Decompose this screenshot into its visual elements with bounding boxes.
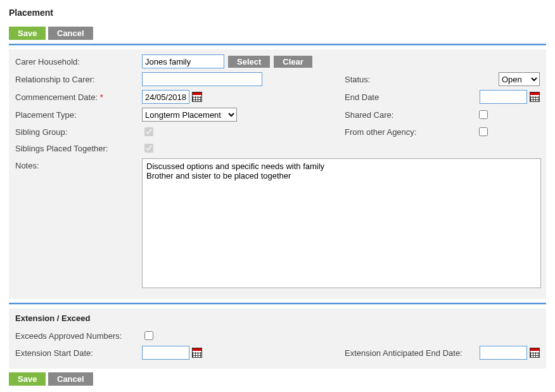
extension-panel: Extension / Exceed Exceeds Approved Numb… bbox=[9, 308, 546, 369]
bottom-button-row: Save Cancel bbox=[9, 372, 546, 386]
commencement-label: Commencement Date: * bbox=[15, 92, 142, 102]
end-date-input[interactable] bbox=[480, 90, 527, 104]
save-button-bottom[interactable]: Save bbox=[9, 372, 46, 386]
notes-label: Notes: bbox=[15, 158, 142, 170]
ext-start-label: Extension Start Date: bbox=[15, 348, 142, 358]
exceeds-checkbox[interactable] bbox=[144, 331, 153, 340]
status-label: Status: bbox=[345, 75, 476, 84]
end-date-label: End Date bbox=[345, 92, 476, 102]
commencement-date-input[interactable] bbox=[142, 90, 189, 104]
notes-textarea[interactable] bbox=[142, 158, 541, 288]
select-button[interactable]: Select bbox=[228, 56, 270, 68]
cancel-button-top[interactable]: Cancel bbox=[48, 27, 93, 40]
from-other-agency-label: From other Agency: bbox=[345, 127, 476, 137]
ext-end-label: Extension Anticipated End Date: bbox=[345, 348, 476, 358]
carer-household-label: Carer Household: bbox=[15, 57, 142, 66]
divider-mid bbox=[9, 303, 546, 305]
relationship-input[interactable] bbox=[142, 72, 262, 86]
relationship-label: Relationship to Carer: bbox=[15, 75, 142, 84]
sibling-group-checkbox[interactable] bbox=[144, 127, 153, 136]
sibling-group-label: Sibling Group: bbox=[15, 127, 142, 137]
divider-top bbox=[9, 44, 546, 46]
calendar-icon[interactable] bbox=[192, 348, 202, 358]
save-button-top[interactable]: Save bbox=[9, 27, 46, 40]
siblings-together-label: Siblings Placed Together: bbox=[15, 144, 142, 153]
from-other-agency-checkbox[interactable] bbox=[479, 127, 488, 136]
required-asterisk: * bbox=[100, 92, 103, 102]
carer-household-controls: Select Clear bbox=[142, 54, 345, 68]
calendar-icon[interactable] bbox=[192, 92, 202, 102]
clear-button[interactable]: Clear bbox=[274, 56, 312, 68]
page-title: Placement bbox=[9, 8, 546, 18]
calendar-icon[interactable] bbox=[530, 348, 540, 358]
siblings-together-checkbox[interactable] bbox=[144, 144, 153, 153]
ext-end-input[interactable] bbox=[480, 346, 527, 360]
carer-household-input[interactable] bbox=[142, 54, 224, 68]
shared-care-label: Shared Care: bbox=[345, 110, 476, 120]
placement-type-select[interactable]: Longterm Placement bbox=[142, 108, 237, 122]
ext-start-input[interactable] bbox=[142, 346, 189, 360]
exceeds-label: Exceeds Approved Numbers: bbox=[15, 331, 142, 341]
cancel-button-bottom[interactable]: Cancel bbox=[48, 372, 93, 386]
placement-panel: Carer Household: Select Clear Relationsh… bbox=[9, 49, 546, 299]
top-button-row: Save Cancel bbox=[9, 27, 546, 40]
shared-care-checkbox[interactable] bbox=[479, 110, 488, 119]
placement-type-label: Placement Type: bbox=[15, 110, 142, 120]
extension-heading: Extension / Exceed bbox=[15, 313, 540, 323]
calendar-icon[interactable] bbox=[530, 92, 540, 102]
status-select[interactable]: Open bbox=[499, 72, 540, 86]
